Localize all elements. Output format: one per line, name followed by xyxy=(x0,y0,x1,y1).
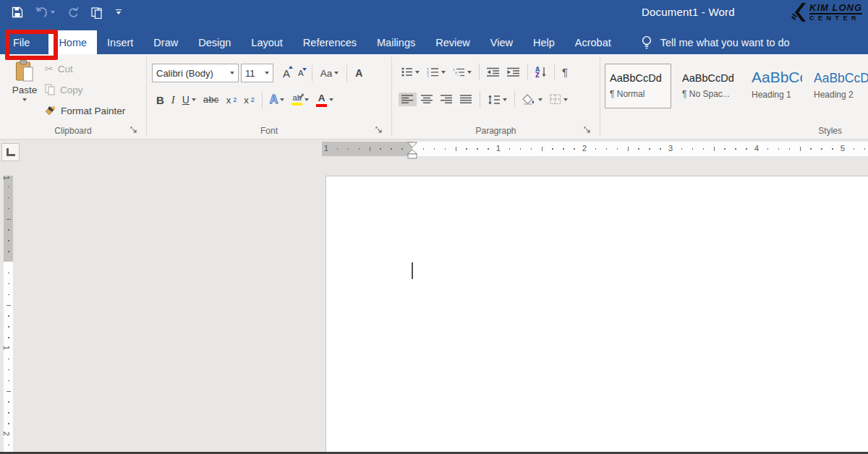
paste-button[interactable]: Paste xyxy=(6,59,43,114)
logo-chevron-icon xyxy=(791,2,808,22)
tab-mailings[interactable]: Mailings xyxy=(367,30,425,54)
style-heading-2[interactable]: AaBbCcDd Heading 2 xyxy=(809,64,868,108)
strikethrough-button[interactable]: abc xyxy=(200,93,222,107)
tell-me-box[interactable]: Tell me what you want to do xyxy=(640,30,790,54)
text-effects-dropdown-icon[interactable] xyxy=(280,98,284,101)
paragraph-dialog-launcher[interactable] xyxy=(583,126,592,134)
align-center-button[interactable] xyxy=(418,93,436,106)
tab-references[interactable]: References xyxy=(293,30,367,54)
tab-file[interactable]: File xyxy=(0,30,48,54)
multilevel-list-button[interactable]: 1ai xyxy=(450,65,475,79)
change-case-button[interactable]: Aa xyxy=(318,66,342,81)
ruler-tick xyxy=(542,147,542,151)
font-group: Calibri (Body) 11 A A Aa xyxy=(147,54,391,139)
clipboard-dialog-launcher[interactable] xyxy=(129,126,138,134)
tab-insert[interactable]: Insert xyxy=(97,30,143,54)
font-color-dropdown-icon[interactable] xyxy=(329,98,333,101)
style-no-spacing[interactable]: AaBbCcDd ¶ No Spac... xyxy=(677,64,741,108)
numbering-dropdown-icon[interactable] xyxy=(441,71,446,74)
bullets-button[interactable] xyxy=(399,65,422,79)
tab-home[interactable]: Home xyxy=(48,30,97,54)
ruler-tick xyxy=(778,148,780,150)
copy-icon xyxy=(91,6,103,19)
ruler-tick xyxy=(735,148,736,150)
document-page[interactable] xyxy=(326,176,868,454)
line-spacing-button[interactable] xyxy=(485,93,510,107)
tab-help[interactable]: Help xyxy=(523,30,565,54)
borders-button[interactable] xyxy=(547,92,571,107)
bullets-dropdown-icon[interactable] xyxy=(415,71,420,74)
clear-formatting-button[interactable]: A xyxy=(352,65,365,81)
tab-stop-selector[interactable] xyxy=(1,143,20,161)
format-painter-button[interactable]: Format Painter xyxy=(45,102,125,119)
sort-button[interactable]: AZ xyxy=(532,64,550,80)
underline-dropdown-icon[interactable] xyxy=(192,98,196,101)
superscript-button[interactable]: x2 xyxy=(241,93,258,108)
line-spacing-dropdown-icon[interactable] xyxy=(503,98,507,101)
show-hide-pilcrow-button[interactable]: ¶ xyxy=(559,64,571,80)
justify-button[interactable] xyxy=(457,93,475,106)
ruler-tick xyxy=(681,148,683,150)
tab-draw[interactable]: Draw xyxy=(143,30,188,54)
customize-quick-access-button[interactable] xyxy=(116,9,122,15)
customize-quick-access-icon xyxy=(116,9,122,11)
vertical-ruler[interactable]: 112 xyxy=(4,176,13,454)
undo-dropdown-icon[interactable] xyxy=(51,11,55,14)
shading-button[interactable] xyxy=(519,92,545,107)
font-family-combo[interactable]: Calibri (Body) xyxy=(152,64,239,82)
toolbar-divider xyxy=(527,64,528,80)
ruler-tick xyxy=(445,148,446,150)
tab-layout[interactable]: Layout xyxy=(241,30,293,54)
ruler-tick xyxy=(606,148,608,150)
highlight-color-button[interactable]: ab xyxy=(289,92,312,108)
tab-review[interactable]: Review xyxy=(425,30,480,54)
redo-button[interactable] xyxy=(67,7,79,18)
align-right-button[interactable] xyxy=(438,93,456,106)
numbering-button[interactable]: 123 xyxy=(424,65,448,79)
grow-font-caret-icon xyxy=(289,66,293,69)
tab-design[interactable]: Design xyxy=(188,30,241,54)
italic-button[interactable]: I xyxy=(169,92,178,108)
paste-dropdown-icon[interactable] xyxy=(22,98,27,101)
save-button[interactable] xyxy=(12,7,23,18)
align-right-icon xyxy=(441,95,453,104)
font-color-button[interactable]: A xyxy=(313,91,336,109)
tab-view[interactable]: View xyxy=(480,30,523,54)
ruler-tick xyxy=(466,148,467,150)
decrease-indent-button[interactable] xyxy=(484,65,503,79)
shrink-font-button[interactable]: A xyxy=(295,67,307,80)
increase-indent-button[interactable] xyxy=(504,65,523,79)
numbering-icon: 123 xyxy=(427,67,439,77)
title-bar: Document1 - Word KIM LONG CENTER xyxy=(0,0,868,24)
tab-acrobat[interactable]: Acrobat xyxy=(565,30,621,54)
ruler-number: 5 xyxy=(841,144,845,153)
style-normal[interactable]: AaBbCcDd ¶ Normal xyxy=(605,64,671,108)
bold-button[interactable]: B xyxy=(153,92,167,108)
text-effects-button[interactable]: A xyxy=(267,91,288,108)
grow-font-button[interactable]: A xyxy=(280,65,293,82)
style-heading-1[interactable]: AaBbCc Heading 1 xyxy=(746,64,803,108)
copy-quick-access-button[interactable] xyxy=(91,6,103,19)
undo-button[interactable] xyxy=(35,7,55,17)
svg-text:i: i xyxy=(457,74,458,77)
ruler-number: 1 xyxy=(2,176,11,180)
ruler-tick xyxy=(574,148,575,150)
cut-button[interactable]: ✂ Cut xyxy=(45,60,73,77)
ruler-tick xyxy=(563,148,564,150)
kim-long-logo: KIM LONG CENTER xyxy=(791,1,862,23)
copy-button[interactable]: Copy xyxy=(45,81,83,98)
underline-button[interactable]: U xyxy=(179,92,199,108)
subscript-button[interactable]: x2 xyxy=(224,93,240,108)
font-dialog-launcher[interactable] xyxy=(375,126,383,134)
indent-markers[interactable] xyxy=(407,140,418,160)
align-left-icon xyxy=(401,95,414,104)
borders-dropdown-icon[interactable] xyxy=(563,98,568,101)
paragraph-group-label: Paragraph xyxy=(392,126,600,136)
shading-dropdown-icon[interactable] xyxy=(538,98,542,101)
multilevel-dropdown-icon[interactable] xyxy=(467,71,472,74)
styles-group: AaBbCcDd ¶ Normal AaBbCcDd ¶ No Spac... … xyxy=(601,54,868,139)
ruler-tick xyxy=(8,412,9,414)
align-left-button[interactable] xyxy=(399,93,417,106)
horizontal-ruler[interactable]: 112345 xyxy=(322,142,868,156)
font-size-combo[interactable]: 11 xyxy=(241,64,273,82)
